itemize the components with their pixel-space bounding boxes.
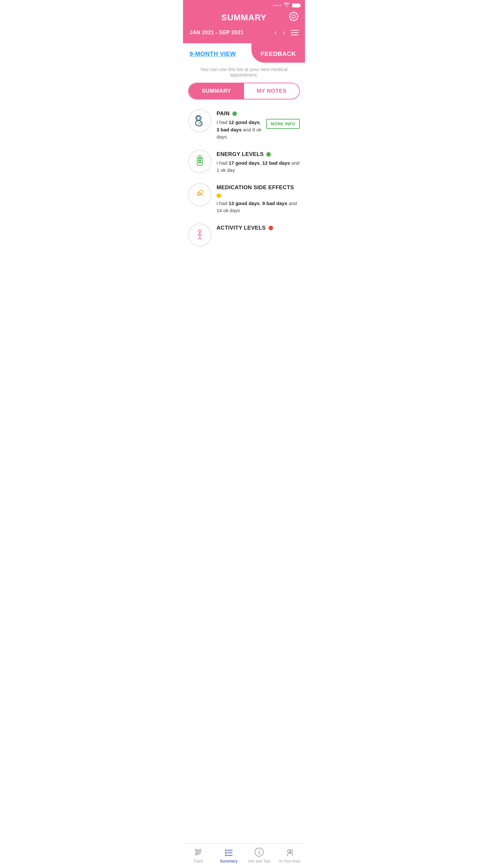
next-arrow[interactable]: › xyxy=(283,28,285,37)
prev-arrow[interactable]: ‹ xyxy=(274,28,276,37)
tab-section: 9-MONTH VIEW FEEDBACK You can use this l… xyxy=(183,43,305,99)
toggle-mynotes-button[interactable]: MY NOTES xyxy=(244,83,299,99)
battery-icon xyxy=(292,4,300,7)
tab-9-month-view[interactable]: 9-MONTH VIEW xyxy=(183,43,252,63)
svg-rect-5 xyxy=(198,158,201,159)
energy-icon xyxy=(193,154,207,168)
svg-rect-6 xyxy=(198,160,201,161)
health-items-list: PAIN I had 12 good days, 3 bad days and … xyxy=(183,106,305,259)
health-item-activity: ACTIVITY LEVELS xyxy=(188,223,300,247)
svg-rect-8 xyxy=(198,164,201,164)
svg-point-3 xyxy=(199,122,201,124)
view-toggle: SUMMARY MY NOTES xyxy=(188,83,300,99)
energy-description: I had 17 good days, 12 bad days and 1 ok… xyxy=(217,159,300,174)
pain-more-info-button[interactable]: MORE INFO xyxy=(266,119,300,129)
pain-icon xyxy=(193,114,207,128)
medication-content: MEDICATION SIDE EFFECTS I had 13 good da… xyxy=(217,183,300,214)
toggle-summary-button[interactable]: SUMMARY xyxy=(189,83,244,99)
pain-icon-circle xyxy=(188,109,212,132)
pain-content: PAIN I had 12 good days, 3 bad days and … xyxy=(217,109,300,141)
energy-title: ENERGY LEVELS xyxy=(217,151,264,158)
pain-title: PAIN xyxy=(217,111,230,117)
health-item-pain: PAIN I had 12 good days, 3 bad days and … xyxy=(188,109,300,141)
signal-dots xyxy=(273,5,281,6)
tab-feedback-label: FEEDBACK xyxy=(260,51,296,58)
header: SUMMARY JAN 2021 - SEP 2021 ‹ › xyxy=(183,9,305,43)
menu-icon[interactable] xyxy=(291,30,298,35)
page-title: SUMMARY xyxy=(221,12,267,23)
activity-icon-circle xyxy=(188,223,212,247)
svg-rect-11 xyxy=(197,191,201,196)
energy-content: ENERGY LEVELS I had 17 good days, 12 bad… xyxy=(217,150,300,174)
wifi-icon xyxy=(284,3,290,8)
activity-title: ACTIVITY LEVELS xyxy=(217,225,266,231)
activity-icon xyxy=(193,228,207,242)
health-item-energy: ENERGY LEVELS I had 17 good days, 12 bad… xyxy=(188,150,300,174)
tab-9month-label: 9-MONTH VIEW xyxy=(190,51,236,57)
medication-icon-circle xyxy=(188,183,212,206)
tab-feedback[interactable]: FEEDBACK xyxy=(252,43,305,63)
activity-status-dot xyxy=(268,226,273,230)
activity-content: ACTIVITY LEVELS xyxy=(217,223,300,233)
medication-description: I had 13 good days, 9 bad days and 14 ok… xyxy=(217,200,300,214)
settings-icon[interactable] xyxy=(289,11,298,24)
pain-description: I had 12 good days, 3 bad days and 8 ok … xyxy=(217,119,264,141)
subtitle-text: You can use this list at your next medic… xyxy=(183,63,305,83)
energy-status-dot xyxy=(266,152,271,157)
status-bar xyxy=(183,0,305,9)
medication-status-dot xyxy=(217,193,221,198)
pain-status-dot xyxy=(232,112,237,116)
energy-icon-circle xyxy=(188,150,212,173)
svg-rect-7 xyxy=(198,162,201,163)
date-range: JAN 2021 - SEP 2021 xyxy=(190,30,244,35)
medication-icon xyxy=(193,188,207,202)
svg-point-12 xyxy=(198,230,201,232)
health-item-medication: MEDICATION SIDE EFFECTS I had 13 good da… xyxy=(188,183,300,214)
medication-title: MEDICATION SIDE EFFECTS xyxy=(217,184,294,191)
